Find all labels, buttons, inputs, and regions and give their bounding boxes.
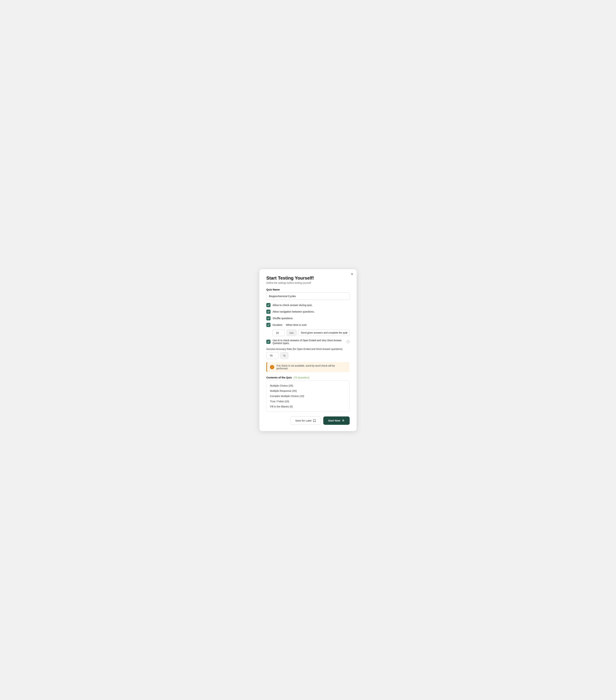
duration-label: Duration — [273, 323, 282, 326]
when-over-select[interactable]: Send given answers and complete the quiz… — [298, 329, 350, 336]
ai-check-label: Use AI to check answers of Open Ended an… — [273, 339, 345, 345]
footer-buttons: Save for Later Start Now — [266, 416, 350, 425]
navigation-row: Allow navigation between questions. — [266, 310, 350, 314]
when-over-select-wrapper: Send given answers and complete the quiz… — [298, 329, 350, 336]
svg-point-2 — [343, 420, 344, 421]
duration-inputs-row: min Send given answers and complete the … — [273, 329, 350, 336]
shuffle-label: Shuffle questions. — [273, 317, 293, 320]
contents-box: Multiple Choice (25) Multiple Response (… — [266, 381, 350, 412]
ai-info-icon[interactable]: ? — [347, 340, 350, 343]
list-item: Multiple Choice (25) — [270, 384, 346, 388]
list-item: Multiple Response (20) — [270, 389, 346, 393]
list-item: Fill in the Blanks (5) — [270, 404, 346, 409]
warning-box: ! If AI check is not available, word-by-… — [266, 362, 350, 372]
save-for-later-button[interactable]: Save for Later — [290, 416, 321, 425]
when-time-label: When time is over — [286, 323, 307, 326]
navigation-checkbox[interactable] — [266, 310, 270, 314]
contents-header: Contents of the Quiz (70 Question) — [266, 376, 350, 379]
check-answer-row: Allow to check answer during quiz. — [266, 303, 350, 307]
duration-checkbox[interactable] — [266, 323, 270, 327]
accuracy-input[interactable] — [266, 352, 279, 359]
contents-title: Contents of the Quiz — [266, 376, 292, 379]
warning-icon: ! — [270, 365, 274, 370]
warning-text: If AI check is not available, word-by-wo… — [277, 364, 347, 370]
save-for-later-label: Save for Later — [295, 419, 312, 422]
navigation-label: Allow navigation between questions. — [273, 310, 315, 313]
duration-unit: min — [286, 329, 297, 336]
list-item: True / False (10) — [270, 399, 346, 403]
duration-row: Duration When time is over — [266, 323, 350, 327]
contents-count: (70 Question) — [294, 376, 309, 379]
quiz-name-input[interactable] — [266, 292, 350, 300]
ai-check-row: Use AI to check answers of Open Ended an… — [266, 339, 350, 345]
duration-value-input[interactable] — [273, 329, 285, 336]
ai-checkbox[interactable] — [266, 340, 270, 344]
close-button[interactable]: × — [351, 272, 353, 276]
quiz-settings-modal: × Start Testing Yourself! Define the set… — [259, 269, 357, 431]
rocket-icon — [342, 419, 345, 422]
modal-subtitle: Define the settings before testing yours… — [266, 282, 350, 284]
bookmark-icon — [313, 419, 316, 422]
check-answer-label: Allow to check answer during quiz. — [273, 303, 312, 307]
accuracy-label: Success Accuracy Rate (for Open-Ended an… — [266, 348, 350, 350]
start-now-label: Start Now — [328, 419, 340, 422]
accuracy-unit: % — [280, 352, 288, 359]
shuffle-checkbox[interactable] — [266, 316, 270, 321]
shuffle-row: Shuffle questions. — [266, 316, 350, 321]
accuracy-row: % — [266, 352, 350, 359]
list-item: Complex Multiple Choice (15) — [270, 394, 346, 398]
svg-text:!: ! — [272, 365, 273, 368]
quiz-name-label: Quiz Name — [266, 288, 350, 291]
start-now-button[interactable]: Start Now — [323, 416, 350, 425]
check-answer-checkbox[interactable] — [266, 303, 270, 307]
modal-title: Start Testing Yourself! — [266, 275, 350, 281]
